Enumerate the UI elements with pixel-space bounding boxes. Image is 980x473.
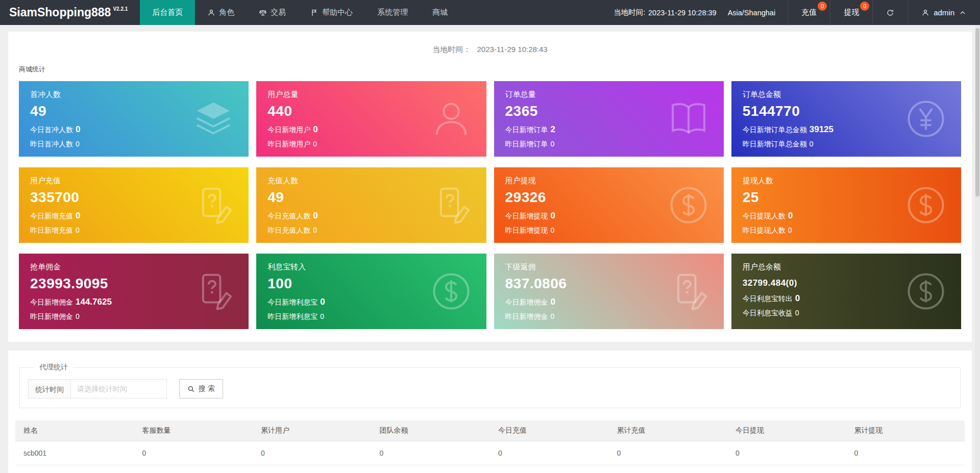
layers-icon (191, 97, 235, 141)
stat-card-interest-transfer-in: 利息宝转入100今日新增利息宝0昨日新增利息宝0 (256, 254, 486, 329)
stat-time-label: 统计时间 (28, 379, 71, 399)
stat-card-line: 昨日新增充值0 (30, 226, 237, 235)
table-cell: 0 (253, 441, 372, 465)
stat-card-line-value: 0 (76, 125, 80, 134)
page-local-time: 当地时间： 2023-11-29 10:28:43 (8, 45, 972, 55)
yen-circle-icon (904, 97, 948, 141)
stat-card-line-label: 昨日新增利息宝 (267, 312, 317, 320)
menu-item-system[interactable]: 系统管理 (365, 0, 420, 25)
user-icon (207, 9, 215, 17)
contract-edit-icon (667, 269, 710, 313)
scrollbar-thumb[interactable] (975, 28, 979, 196)
stat-card-line-value: 39125 (810, 125, 834, 134)
stat-card-line: 昨日提现人数0 (743, 226, 950, 235)
withdraw-badge: 0 (860, 2, 869, 11)
menu-item-trade[interactable]: 交易 (247, 0, 298, 25)
menu-item-roles[interactable]: 角色 (195, 0, 247, 25)
stat-card-line-value: 0 (551, 312, 555, 320)
contract-edit-icon (429, 183, 473, 227)
menu-item-label: 角色 (219, 8, 234, 17)
stat-card-line-label: 今日充值人数 (267, 212, 310, 220)
stat-card-line-label: 昨日充值人数 (267, 226, 310, 234)
user-icon (921, 9, 929, 17)
stat-card-line-label: 今日新增订单 (505, 126, 548, 134)
search-button-label: 搜 索 (199, 384, 215, 393)
table-cell: 0 (490, 441, 609, 465)
stat-card-total-orders: 订单总量2365今日新增订单2昨日新增订单0 (494, 81, 724, 157)
stat-card-line-value: 0 (795, 293, 800, 303)
table-header-cell: 今日充值 (490, 420, 609, 441)
menu-item-help-center[interactable]: 帮助中心 (298, 0, 365, 25)
table-row: scb0020000000 (15, 465, 965, 473)
stat-card-line-value: 2 (551, 125, 555, 134)
table-header-cell: 累计提现 (846, 420, 965, 441)
stat-card-line-value: 0 (313, 140, 317, 148)
withdraw-button[interactable]: 提现 0 (830, 0, 872, 25)
table-cell: 0 (490, 465, 609, 473)
table-header-cell: 客服数量 (134, 420, 253, 441)
stat-card-line-label: 今日新增充值 (30, 212, 73, 220)
menu-item-label: 帮助中心 (322, 8, 353, 17)
agent-stats-panel: 代理统计 统计时间 搜 索 姓名客服数量累计用户团队余额今日充值累计充值今日提现… (8, 351, 972, 473)
agent-stats-fieldset: 代理统计 统计时间 搜 索 (19, 363, 961, 408)
stat-card-line-label: 昨日新增提现 (505, 226, 548, 234)
table-cell: 0 (846, 465, 965, 473)
stat-card-line-value: 0 (320, 312, 324, 320)
stat-card-line: 昨日新增用户0 (267, 140, 475, 149)
navbar: SiamShopping888 V2.2.1 后台首页角色交易帮助中心系统管理商… (0, 0, 980, 25)
stat-card-line-label: 昨日新增充值 (30, 226, 73, 234)
refresh-button[interactable] (872, 0, 908, 25)
stat-card-line-label: 今日新增订单总金额 (743, 126, 807, 134)
table-cell: 0 (609, 465, 728, 473)
brand-name: SiamShopping888 (9, 6, 111, 19)
table-cell: 0 (372, 465, 491, 473)
menu-item-label: 后台首页 (152, 8, 183, 17)
stat-card-line-value: 0 (313, 211, 317, 220)
stat-card-line-value: 0 (551, 226, 555, 234)
page-content: 当地时间： 2023-11-29 10:28:43 商城统计 首冲人数49今日首… (0, 25, 980, 473)
stat-time-input[interactable] (71, 379, 167, 399)
agent-name-cell: scb001 (15, 441, 134, 465)
dollar-circle-icon (904, 183, 948, 227)
main-menu: 后台首页角色交易帮助中心系统管理商城 (140, 0, 460, 25)
dollar-circle-icon (429, 269, 473, 313)
stat-card-line: 昨日新增利息宝0 (267, 312, 475, 321)
stat-card-line-value: 0 (313, 226, 317, 234)
local-time-value: 2023-11-29 10:28:39 (648, 9, 717, 17)
page-local-time-label: 当地时间： (432, 45, 471, 54)
stat-card-total-users: 用户总量440今日新增用户0昨日新增用户0 (256, 81, 486, 157)
stat-card-line-label: 今日新增用户 (267, 126, 310, 134)
table-cell: 0 (134, 465, 253, 473)
section-title-mall-stats: 商城统计 (19, 65, 972, 74)
recharge-button[interactable]: 充值 0 (788, 0, 830, 25)
stat-card-line-value: 0 (76, 312, 80, 320)
withdraw-label: 提现 (844, 8, 859, 17)
table-header-cell: 累计用户 (253, 420, 372, 441)
stat-card-line: 昨日新增佣金0 (30, 312, 237, 321)
stat-card-line-value: 0 (551, 140, 555, 148)
stat-card-line-label: 今日利息宝收益 (743, 309, 793, 317)
scrollbar[interactable] (975, 25, 980, 473)
agent-table: 姓名客服数量累计用户团队余额今日充值累计充值今日提现累计提现 scb001000… (15, 420, 965, 473)
stats-panel: 当地时间： 2023-11-29 10:28:43 商城统计 首冲人数49今日首… (8, 32, 972, 342)
menu-item-mall[interactable]: 商城 (420, 0, 460, 25)
agent-stats-legend: 代理统计 (34, 363, 73, 372)
book-icon (667, 97, 710, 141)
stat-card-line: 昨日新增佣金0 (505, 312, 713, 321)
menu-item-home[interactable]: 后台首页 (140, 0, 195, 25)
stat-card-line-label: 昨日首冲人数 (30, 140, 73, 148)
person-icon (429, 97, 473, 141)
stat-card-line-value: 144.7625 (76, 297, 112, 307)
stat-card-line-value: 0 (810, 140, 814, 148)
stat-card-line-label: 今日新增提现 (505, 212, 548, 220)
table-header-cell: 姓名 (15, 420, 134, 441)
search-button[interactable]: 搜 索 (179, 379, 223, 399)
agent-name-cell: scb002 (15, 465, 134, 473)
stat-card-line: 昨日首冲人数0 (30, 140, 237, 149)
stat-card-line-value: 0 (76, 140, 80, 148)
table-cell: 0 (253, 465, 372, 473)
table-cell: 0 (372, 441, 491, 465)
stat-card-sub-rebate: 下级返佣837.0806今日新增佣金0昨日新增佣金0 (494, 254, 724, 329)
contract-edit-icon (191, 183, 235, 227)
user-menu[interactable]: admin (908, 0, 980, 25)
